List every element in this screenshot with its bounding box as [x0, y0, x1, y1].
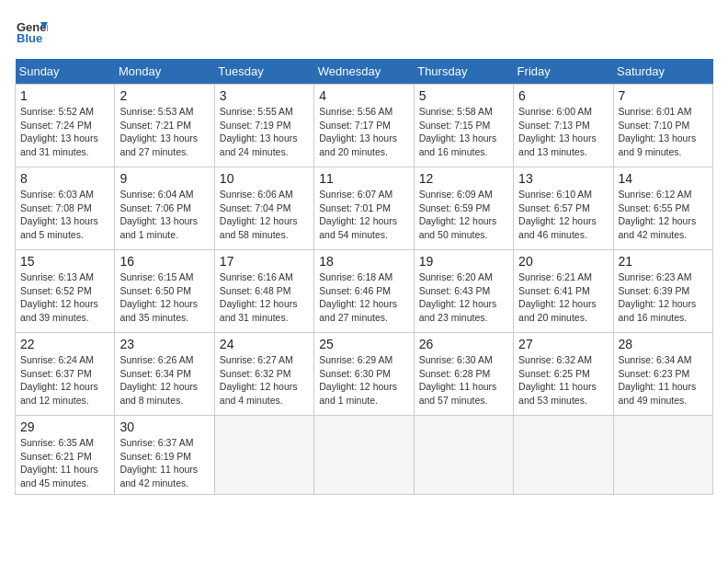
day-number: 14 [619, 171, 708, 186]
day-number: 19 [419, 254, 508, 269]
day-info: Sunrise: 6:12 AM Sunset: 6:55 PM Dayligh… [619, 188, 708, 242]
calendar-body: 1Sunrise: 5:52 AM Sunset: 7:24 PM Daylig… [16, 85, 713, 495]
day-info: Sunrise: 5:53 AM Sunset: 7:21 PM Dayligh… [119, 105, 209, 159]
calendar-cell: 30Sunrise: 6:37 AM Sunset: 6:19 PM Dayli… [115, 416, 214, 495]
calendar-cell: 26Sunrise: 6:30 AM Sunset: 6:28 PM Dayli… [414, 333, 513, 416]
day-number: 2 [119, 88, 209, 103]
calendar-cell: 16Sunrise: 6:15 AM Sunset: 6:50 PM Dayli… [115, 250, 214, 333]
day-info: Sunrise: 6:26 AM Sunset: 6:34 PM Dayligh… [119, 353, 209, 408]
calendar-cell: 2Sunrise: 5:53 AM Sunset: 7:21 PM Daylig… [115, 85, 214, 167]
calendar-cell: 7Sunrise: 6:01 AM Sunset: 7:10 PM Daylig… [613, 85, 712, 167]
day-header: Wednesday [314, 59, 414, 85]
day-info: Sunrise: 6:18 AM Sunset: 6:46 PM Dayligh… [319, 270, 408, 325]
day-number: 4 [319, 88, 408, 103]
day-number: 18 [319, 254, 408, 269]
day-number: 25 [319, 337, 408, 351]
calendar-row: 15Sunrise: 6:13 AM Sunset: 6:52 PM Dayli… [16, 250, 713, 333]
day-info: Sunrise: 6:15 AM Sunset: 6:50 PM Dayligh… [119, 270, 209, 325]
day-info: Sunrise: 6:03 AM Sunset: 7:08 PM Dayligh… [20, 188, 109, 242]
day-number: 5 [419, 88, 508, 103]
day-number: 29 [20, 419, 109, 434]
calendar-cell: 27Sunrise: 6:32 AM Sunset: 6:25 PM Dayli… [514, 333, 613, 416]
day-info: Sunrise: 6:35 AM Sunset: 6:21 PM Dayligh… [20, 436, 109, 490]
day-info: Sunrise: 6:10 AM Sunset: 6:57 PM Dayligh… [518, 188, 608, 242]
calendar-header-row: SundayMondayTuesdayWednesdayThursdayFrid… [16, 59, 713, 85]
calendar-cell: 8Sunrise: 6:03 AM Sunset: 7:08 PM Daylig… [16, 167, 115, 250]
day-info: Sunrise: 5:56 AM Sunset: 7:17 PM Dayligh… [319, 105, 408, 159]
calendar-cell [414, 416, 513, 495]
day-info: Sunrise: 6:37 AM Sunset: 6:19 PM Dayligh… [119, 436, 209, 490]
day-number: 6 [518, 88, 608, 103]
calendar-cell: 5Sunrise: 5:58 AM Sunset: 7:15 PM Daylig… [414, 85, 513, 167]
calendar-cell: 22Sunrise: 6:24 AM Sunset: 6:37 PM Dayli… [16, 333, 115, 416]
calendar-cell: 12Sunrise: 6:09 AM Sunset: 6:59 PM Dayli… [414, 167, 513, 250]
calendar-row: 22Sunrise: 6:24 AM Sunset: 6:37 PM Dayli… [16, 333, 713, 416]
calendar-cell: 6Sunrise: 6:00 AM Sunset: 7:13 PM Daylig… [514, 85, 613, 167]
svg-text:Blue: Blue [17, 31, 42, 45]
day-header: Thursday [414, 59, 513, 85]
day-info: Sunrise: 6:09 AM Sunset: 6:59 PM Dayligh… [419, 188, 508, 242]
calendar-cell: 4Sunrise: 5:56 AM Sunset: 7:17 PM Daylig… [314, 85, 414, 167]
day-number: 3 [220, 88, 309, 103]
day-info: Sunrise: 6:04 AM Sunset: 7:06 PM Dayligh… [119, 188, 209, 242]
calendar-cell: 28Sunrise: 6:34 AM Sunset: 6:23 PM Dayli… [613, 333, 712, 416]
calendar-table: SundayMondayTuesdayWednesdayThursdayFrid… [15, 59, 713, 495]
calendar-cell: 14Sunrise: 6:12 AM Sunset: 6:55 PM Dayli… [613, 167, 712, 250]
calendar-cell: 29Sunrise: 6:35 AM Sunset: 6:21 PM Dayli… [16, 416, 115, 495]
day-info: Sunrise: 6:16 AM Sunset: 6:48 PM Dayligh… [220, 270, 309, 325]
calendar-row: 8Sunrise: 6:03 AM Sunset: 7:08 PM Daylig… [16, 167, 713, 250]
day-number: 12 [419, 171, 508, 186]
day-info: Sunrise: 5:55 AM Sunset: 7:19 PM Dayligh… [220, 105, 309, 159]
calendar-cell: 13Sunrise: 6:10 AM Sunset: 6:57 PM Dayli… [514, 167, 613, 250]
calendar-cell [514, 416, 613, 495]
day-header: Saturday [613, 59, 712, 85]
logo-icon: General Blue [15, 15, 48, 48]
calendar-cell: 15Sunrise: 6:13 AM Sunset: 6:52 PM Dayli… [16, 250, 115, 333]
calendar-cell: 1Sunrise: 5:52 AM Sunset: 7:24 PM Daylig… [16, 85, 115, 167]
day-number: 11 [319, 171, 408, 186]
calendar-cell: 25Sunrise: 6:29 AM Sunset: 6:30 PM Dayli… [314, 333, 414, 416]
day-number: 10 [220, 171, 309, 186]
calendar-cell: 21Sunrise: 6:23 AM Sunset: 6:39 PM Dayli… [613, 250, 712, 333]
calendar-cell: 19Sunrise: 6:20 AM Sunset: 6:43 PM Dayli… [414, 250, 513, 333]
calendar-cell: 24Sunrise: 6:27 AM Sunset: 6:32 PM Dayli… [214, 333, 313, 416]
day-info: Sunrise: 6:01 AM Sunset: 7:10 PM Dayligh… [619, 105, 708, 159]
day-info: Sunrise: 6:23 AM Sunset: 6:39 PM Dayligh… [619, 270, 708, 325]
day-number: 16 [119, 254, 209, 269]
calendar-cell: 9Sunrise: 6:04 AM Sunset: 7:06 PM Daylig… [115, 167, 214, 250]
day-info: Sunrise: 6:13 AM Sunset: 6:52 PM Dayligh… [20, 270, 109, 325]
day-number: 24 [220, 337, 309, 351]
day-number: 15 [20, 254, 109, 269]
day-number: 30 [119, 419, 209, 434]
day-number: 23 [119, 337, 209, 351]
day-info: Sunrise: 6:06 AM Sunset: 7:04 PM Dayligh… [220, 188, 309, 242]
day-number: 22 [20, 337, 109, 351]
day-info: Sunrise: 5:58 AM Sunset: 7:15 PM Dayligh… [419, 105, 508, 159]
day-number: 9 [119, 171, 209, 186]
calendar-cell: 10Sunrise: 6:06 AM Sunset: 7:04 PM Dayli… [214, 167, 313, 250]
day-info: Sunrise: 6:21 AM Sunset: 6:41 PM Dayligh… [518, 270, 608, 325]
day-info: Sunrise: 6:34 AM Sunset: 6:23 PM Dayligh… [619, 353, 708, 408]
page-header: General Blue [15, 15, 713, 48]
day-number: 7 [619, 88, 708, 103]
day-info: Sunrise: 6:24 AM Sunset: 6:37 PM Dayligh… [20, 353, 109, 408]
day-number: 1 [20, 88, 109, 103]
calendar-row: 29Sunrise: 6:35 AM Sunset: 6:21 PM Dayli… [16, 416, 713, 495]
day-info: Sunrise: 6:00 AM Sunset: 7:13 PM Dayligh… [518, 105, 608, 159]
day-info: Sunrise: 5:52 AM Sunset: 7:24 PM Dayligh… [20, 105, 109, 159]
day-header: Tuesday [214, 59, 313, 85]
day-info: Sunrise: 6:20 AM Sunset: 6:43 PM Dayligh… [419, 270, 508, 325]
day-info: Sunrise: 6:30 AM Sunset: 6:28 PM Dayligh… [419, 353, 508, 408]
day-number: 8 [20, 171, 109, 186]
calendar-cell: 17Sunrise: 6:16 AM Sunset: 6:48 PM Dayli… [214, 250, 313, 333]
day-header: Monday [115, 59, 214, 85]
day-info: Sunrise: 6:32 AM Sunset: 6:25 PM Dayligh… [518, 353, 608, 408]
day-header: Sunday [16, 59, 115, 85]
calendar-cell [613, 416, 712, 495]
day-number: 28 [619, 337, 708, 351]
day-number: 13 [518, 171, 608, 186]
calendar-cell: 18Sunrise: 6:18 AM Sunset: 6:46 PM Dayli… [314, 250, 414, 333]
calendar-row: 1Sunrise: 5:52 AM Sunset: 7:24 PM Daylig… [16, 85, 713, 167]
day-number: 26 [419, 337, 508, 351]
day-number: 20 [518, 254, 608, 269]
